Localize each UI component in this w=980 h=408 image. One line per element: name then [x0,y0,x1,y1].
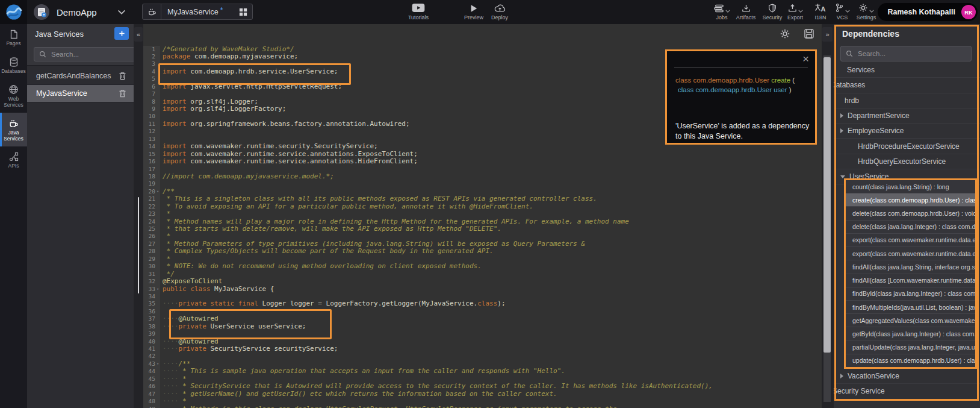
method-item[interactable]: findById(class java.lang.Integer) : clas… [846,287,975,301]
save-icon[interactable] [804,28,814,39]
tree-item-label: VacationService [848,372,899,380]
chevron-down-icon [845,10,850,13]
user-menu[interactable]: Ramesh Kothapalli RK [878,3,978,21]
line-number: 38 [143,323,155,330]
left-nav-rail: PagesDatabasesWeb ServicesJava ServicesA… [0,24,27,408]
fold-marker [155,391,160,398]
line-number: 7 [143,90,155,98]
fold-marker [155,98,160,105]
method-item[interactable]: getById(class java.lang.Integer) : class… [846,327,975,341]
trash-icon[interactable] [119,89,126,98]
code-line: 31 */ [143,271,822,278]
line-number: 6 [143,83,155,90]
line-number: 16 [143,158,155,165]
fold-marker [155,353,160,360]
fold-marker [155,345,160,353]
action-label: Preview [464,14,483,20]
topbar-action-tutorials[interactable]: Tutorials [404,2,433,20]
method-item[interactable]: create(class com.demoapp.hrdb.User) : cl… [846,193,975,207]
gear-icon[interactable] [780,28,790,39]
tree-item-databases[interactable]: Databases [834,78,980,93]
double-chevron-left-icon[interactable]: « [134,27,143,42]
add-service-button[interactable] [114,27,129,40]
action-label: Tutorials [408,14,429,20]
method-signature-label: getById(class java.lang.Integer) : class… [846,330,975,337]
open-file-tab[interactable]: MyJavaService * [142,4,253,20]
sidebar-item-web-services[interactable]: Web Services [0,79,27,113]
fold-marker [155,128,160,135]
tree-item-hrdbqueryexecutorservice[interactable]: HrdbQueryExecutorService [834,154,980,169]
method-item[interactable]: delete(class java.lang.Integer) : class … [846,221,975,234]
topbar-action-artifacts[interactable]: Artifacts [733,2,758,20]
method-item[interactable]: export(class com.wavemaker.runtime.data.… [846,234,975,247]
right-collapse-rail: » [822,24,834,408]
tree-item-security-service[interactable]: Security Service [834,384,980,399]
service-search[interactable] [34,47,136,61]
tree-item-departmentservice[interactable]: DepartmentService [834,108,980,124]
topbar-action-security[interactable]: Security [760,2,785,20]
topbar-action-export[interactable]: Export [783,2,808,20]
tree-item-hrdbprocedureexecutorservice[interactable]: HrdbProcedureExecutorService [834,139,980,154]
code-text: ···· * getUserName() and getUserId() etc… [160,391,822,398]
chevron-down-icon [117,10,126,14]
popup-message: 'UserService' is added as a dependency t… [675,121,809,142]
method-signature-label: export(class com.wavemaker.runtime.data.… [846,250,975,257]
sidebar-item-apis[interactable]: APIs [0,146,27,174]
tree-item-label: HrdbQueryExecutorService [858,157,946,166]
fold-marker [155,368,160,375]
tree-item-label: Security Service [834,387,885,395]
topbar-action-settings[interactable]: Settings [854,2,879,20]
tree-item-label: Databases [834,81,865,89]
fold-marker [155,195,160,202]
line-number: 10 [143,113,155,120]
tree-item-services[interactable]: Services [834,63,980,78]
service-list-item[interactable]: getCardsAndBalances [27,67,134,85]
method-item[interactable]: export(class com.wavemaker.runtime.data.… [846,247,975,260]
topbar-action-vcs[interactable]: VCS [830,2,855,20]
code-text: */ [160,271,822,278]
line-number: 48 [143,398,155,405]
dependencies-search-input[interactable] [857,49,966,58]
project-selector[interactable]: DemoApp [34,0,126,24]
tree-item-hrdb[interactable]: hrdb [834,93,980,108]
method-item[interactable]: update(class com.demoapp.hrdb.User) : cl… [846,354,975,367]
code-text: ···· * This is sample java operation tha… [160,368,822,375]
method-item[interactable]: findByMultipleIds(java.util.List, boolea… [846,301,975,314]
dependencies-search[interactable] [840,46,972,61]
fold-marker [155,151,160,158]
double-chevron-right-icon[interactable]: » [822,27,833,42]
close-icon[interactable]: × [802,52,809,66]
line-number: 9 [143,105,155,113]
unsaved-indicator: * [220,6,223,14]
fold-marker [155,308,160,315]
chevron-right-icon [840,113,843,118]
tree-item-employeeservice[interactable]: EmployeeService [834,124,980,139]
method-signature-label: findAll(class java.lang.String, interfac… [846,263,975,271]
method-item[interactable]: findAll(class [Lcom.wavemaker.runtime.da… [846,274,975,287]
method-item[interactable]: delete(class com.demoapp.hrdb.User) : vo… [846,207,975,220]
grid-icon[interactable] [239,8,247,16]
api-icon [9,152,19,162]
topbar-action-deploy[interactable]: Deploy [485,2,514,20]
editor-left-scrollbar[interactable] [138,197,139,293]
sidebar-item-java-services[interactable]: Java Services [0,113,27,146]
sidebar-item-pages[interactable]: Pages [0,24,27,52]
topbar-action-preview[interactable]: Preview [459,2,488,20]
method-item[interactable]: count(class java.lang.String) : long [846,180,975,193]
code-text: * NOTE: We do not recommend using method… [160,263,822,270]
method-item[interactable]: findAll(class java.lang.String, interfac… [846,260,975,274]
tree-item-vacationservice[interactable]: VacationService [834,369,980,384]
service-search-input[interactable] [50,50,131,58]
dependencies-scrollbar-thumb[interactable] [823,57,831,353]
fold-marker [155,406,160,408]
trash-icon[interactable] [119,72,126,80]
fold-marker [155,180,160,187]
sidebar-item-databases[interactable]: Databases [0,52,27,80]
wavemaker-logo-icon [5,4,22,20]
fold-marker [155,203,160,210]
topbar-action-jobs[interactable]: Jobs [709,2,734,20]
wavemaker-logo[interactable] [0,0,27,24]
method-item[interactable]: getAggregatedValues(class com.wavemaker.… [846,314,975,327]
method-item[interactable]: partialUpdate(class java.lang.Integer, j… [846,341,975,354]
service-list-item[interactable]: MyJavaService [27,85,134,102]
